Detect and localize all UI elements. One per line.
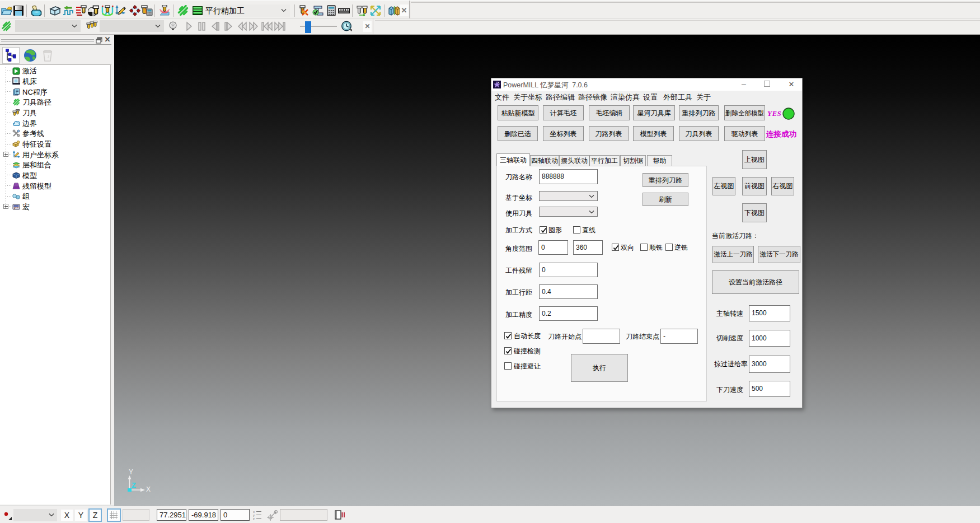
svg-text:Y: Y [129, 468, 133, 476]
svg-text:X: X [146, 485, 151, 493]
svg-text:Z: Z [132, 481, 136, 489]
svg-text:z: z [253, 517, 255, 520]
